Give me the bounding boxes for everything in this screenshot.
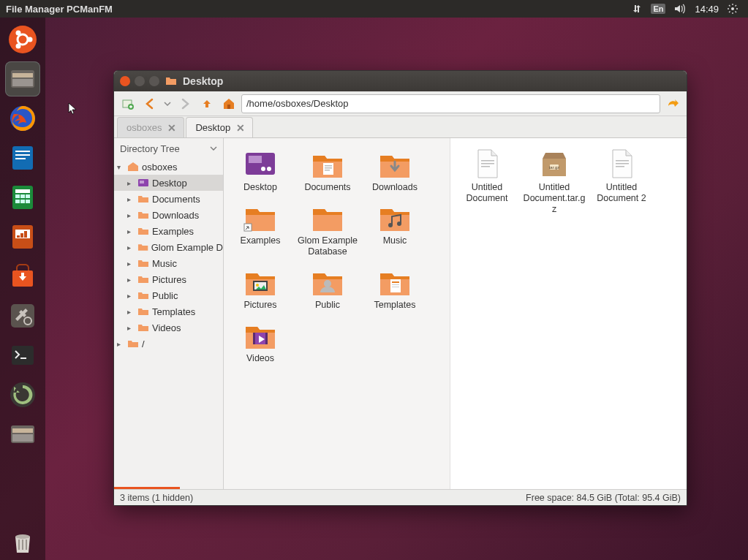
status-items: 3 items (1 hidden) (120, 493, 193, 503)
item-music[interactable]: Music (361, 199, 428, 260)
expand-arrow-icon[interactable]: ▸ (127, 292, 135, 300)
window-minimize-button[interactable] (135, 76, 145, 86)
tree-osboxes[interactable]: ▾osboxes (114, 159, 223, 175)
go-button[interactable] (663, 94, 682, 113)
svg-rect-68 (481, 163, 494, 164)
back-history-button[interactable] (162, 94, 173, 113)
item-pictures[interactable]: Pictures (227, 263, 294, 314)
launcher-files[interactable] (5, 61, 40, 97)
svg-rect-19 (15, 200, 20, 203)
tree-public[interactable]: ▸Public (114, 287, 223, 303)
item-label: Public (315, 300, 340, 311)
svg-rect-63 (392, 287, 399, 287)
svg-rect-13 (15, 158, 26, 159)
launcher-software[interactable] (5, 259, 40, 294)
tree-desktop[interactable]: ▸Desktop (114, 175, 223, 191)
launcher-dash[interactable] (5, 22, 40, 57)
network-icon[interactable] (632, 4, 642, 14)
launcher-trash[interactable] (5, 525, 40, 560)
folder-icon (165, 75, 177, 87)
window-close-button[interactable] (120, 76, 130, 86)
svg-rect-62 (392, 284, 399, 285)
item-untitled-document[interactable]: Untitled Document (453, 145, 521, 218)
forward-button[interactable] (175, 94, 194, 113)
tree-glom-example-d[interactable]: ▸Glom Example D (114, 239, 223, 255)
gear-icon[interactable] (728, 4, 738, 14)
item-documents[interactable]: Documents (294, 145, 361, 196)
desktop-icon (243, 148, 278, 179)
expand-arrow-icon[interactable]: ▸ (127, 195, 135, 203)
expand-arrow-icon[interactable]: ▸ (127, 324, 135, 332)
window-maximize-button[interactable] (149, 76, 159, 86)
folder-public-icon (310, 266, 345, 297)
svg-rect-65 (253, 333, 255, 344)
item-desktop[interactable]: Desktop (227, 145, 294, 196)
item-untitled-document-2[interactable]: Untitled Document 2 (588, 145, 655, 218)
tab-close-icon[interactable]: ✕ (236, 122, 245, 134)
expand-arrow-icon[interactable]: ▸ (117, 340, 124, 348)
svg-point-54 (388, 223, 393, 227)
launcher-firefox[interactable] (5, 101, 40, 136)
tree-documents[interactable]: ▸Documents (114, 191, 223, 207)
tree-label: Public (152, 290, 178, 301)
expand-arrow-icon[interactable]: ▸ (127, 276, 135, 284)
item-label: Videos (246, 353, 274, 364)
launcher-impress[interactable] (5, 219, 40, 254)
home-button[interactable] (219, 94, 238, 113)
folder-pane-right[interactable]: Untitled Documenttar.gzUntitled Document… (450, 138, 687, 489)
item-videos[interactable]: Videos (227, 317, 294, 367)
toolbar: /home/osboxes/Desktop (114, 91, 687, 116)
tree-videos[interactable]: ▸Videos (114, 319, 223, 336)
item-label: Pictures (243, 300, 276, 311)
tab-close-icon[interactable]: ✕ (167, 122, 176, 134)
tree-label: Documents (152, 194, 200, 205)
titlebar[interactable]: Desktop (114, 71, 687, 91)
svg-rect-51 (325, 167, 332, 169)
expand-arrow-icon[interactable]: ▸ (127, 308, 135, 316)
svg-text:tar.gz: tar.gz (549, 165, 560, 170)
launcher-calc[interactable] (5, 180, 40, 215)
expand-arrow-icon[interactable]: ▸ (127, 243, 135, 251)
keyboard-indicator[interactable]: En (651, 4, 665, 14)
item-examples[interactable]: Examples (227, 199, 294, 260)
item-templates[interactable]: Templates (361, 263, 428, 314)
tree-music[interactable]: ▸Music (114, 255, 223, 271)
status-bar: 3 items (1 hidden) Free space: 84.5 GiB … (114, 489, 687, 505)
expand-arrow-icon[interactable]: ▸ (127, 260, 135, 268)
expand-arrow-icon[interactable]: ▸ (127, 179, 135, 187)
tree-templates[interactable]: ▸Templates (114, 303, 223, 319)
folder-pane-left[interactable]: DesktopDocumentsDownloadsExamplesGlom Ex… (224, 138, 450, 489)
item-public[interactable]: Public (294, 263, 361, 314)
address-bar[interactable]: /home/osboxes/Desktop (241, 94, 660, 113)
launcher-updater[interactable] (5, 377, 40, 412)
tab-osboxes[interactable]: osboxes✕ (117, 117, 184, 137)
item-label: Glom Example Database (295, 235, 360, 257)
text-icon (604, 148, 639, 179)
tree--[interactable]: ▸/ (114, 336, 223, 352)
expand-arrow-icon[interactable]: ▾ (117, 163, 124, 171)
back-button[interactable] (140, 94, 159, 113)
launcher-terminal[interactable] (5, 338, 40, 373)
item-untitled-document-tar-gz[interactable]: tar.gzUntitled Document.tar.gz (521, 145, 588, 218)
svg-point-47 (267, 167, 271, 171)
expand-arrow-icon[interactable]: ▸ (127, 227, 135, 235)
tree-pictures[interactable]: ▸Pictures (114, 271, 223, 287)
up-button[interactable] (197, 94, 216, 113)
svg-rect-72 (616, 160, 629, 162)
sound-icon[interactable] (674, 4, 686, 14)
item-glom-example-database[interactable]: Glom Example Database (294, 199, 361, 260)
status-freespace: Free space: 84.5 GiB (Total: 95.4 GiB) (526, 493, 681, 503)
new-tab-button[interactable] (118, 94, 137, 113)
expand-arrow-icon[interactable]: ▸ (127, 211, 135, 219)
tree-examples[interactable]: ▸Examples (114, 223, 223, 239)
clock[interactable]: 14:49 (695, 4, 719, 15)
svg-rect-25 (20, 233, 23, 238)
tab-desktop[interactable]: Desktop✕ (186, 117, 253, 137)
sidebar-header[interactable]: Directory Tree (114, 138, 223, 159)
item-downloads[interactable]: Downloads (361, 145, 428, 196)
launcher-writer[interactable] (5, 140, 40, 175)
svg-rect-34 (12, 428, 33, 433)
tree-downloads[interactable]: ▸Downloads (114, 207, 223, 223)
launcher-settings[interactable] (5, 298, 40, 333)
launcher-files2[interactable] (5, 417, 40, 452)
